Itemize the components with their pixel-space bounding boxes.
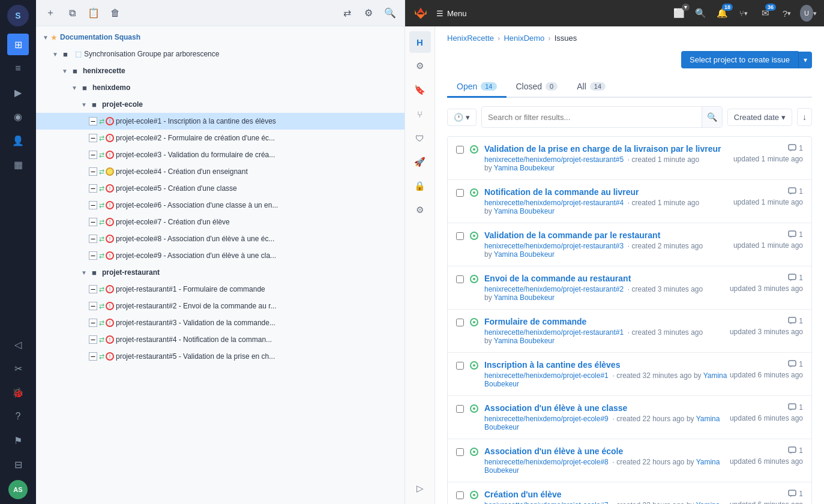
user-avatar[interactable]: AS (8, 480, 28, 499)
issue-path-link[interactable]: henixrecette/henixdemo/projet-restaurant… (484, 155, 624, 164)
issue-comment-count[interactable]: 1 (788, 274, 803, 282)
issue-checkbox[interactable] (456, 232, 464, 242)
tree-row-pe3[interactable]: － ⇄ ! projet-ecole#3 - Validation du for… (36, 146, 404, 163)
checkbox-pe3[interactable]: － (89, 151, 97, 159)
tree-row-pr1[interactable]: － ⇄ ! projet-restaurant#1 - Formulaire d… (36, 281, 404, 298)
requirements-icon[interactable]: ≡ (7, 58, 29, 79)
checkbox-pe7[interactable]: － (89, 218, 97, 226)
issue-author-link[interactable]: Yamina Boubekeur (494, 250, 555, 259)
gitlab-menu-button[interactable]: ☰ Menu (436, 9, 467, 18)
tree-row-projet-restaurant[interactable]: ▼ ■ projet-restaurant (36, 264, 404, 281)
help-topbar-button[interactable]: ? ▾ (778, 5, 795, 22)
gl-security-icon[interactable]: 🔖 (409, 79, 431, 101)
tab-all[interactable]: All 14 (567, 77, 615, 98)
gl-expand-icon[interactable]: ▷ (409, 478, 431, 499)
sort-button[interactable]: Created date ▾ (727, 109, 792, 126)
issue-path-link[interactable]: henixrecette/henixdemo/projet-ecole#8 (484, 458, 609, 466)
issue-author-link[interactable]: Yamina Boubekeur (494, 293, 555, 302)
tools-icon[interactable]: ✂ (7, 358, 29, 379)
settings-button[interactable]: ⚙ (360, 5, 377, 22)
gl-home-icon[interactable]: H (409, 31, 431, 53)
issue-comment-count[interactable]: 1 (788, 187, 803, 196)
tree-row-pe5[interactable]: － ⇄ ! projet-ecole#5 - Création d'une cl… (36, 180, 404, 197)
create-issue-dropdown[interactable]: ▾ (798, 52, 812, 68)
home-icon[interactable]: ⊞ (7, 34, 29, 55)
issue-path-link[interactable]: henixrecette/henixdemo/projet-restaurant… (484, 242, 624, 250)
search-topbar-button[interactable]: 🔍 (692, 5, 709, 22)
tab-closed[interactable]: Closed 0 (507, 77, 568, 98)
tree-row-pe7[interactable]: － ⇄ ! projet-ecole#7 - Création d'un élè… (36, 214, 404, 230)
tree-row-sync-group[interactable]: ▼ ■ ⬚ Synchronisation Groupe par arbores… (36, 46, 404, 62)
issue-checkbox[interactable] (456, 275, 464, 286)
issue-checkbox[interactable] (456, 404, 464, 415)
issue-author-link[interactable]: Yamina Boubekeur (494, 207, 555, 215)
tree-row-pr2[interactable]: － ⇄ ! projet-restaurant#2 - Envoi de la … (36, 298, 404, 314)
collapse-icon[interactable]: ◁ (7, 334, 29, 355)
search-input[interactable] (482, 109, 702, 125)
issue-title-link[interactable]: Formulaire de commande (484, 317, 586, 326)
issue-comment-count[interactable]: 1 (788, 230, 803, 239)
issue-item[interactable]: Création d'un élève henixrecette/henixde… (448, 482, 811, 504)
issue-comment-count[interactable]: 1 (788, 446, 803, 455)
issue-checkbox[interactable] (456, 318, 464, 329)
issue-title-link[interactable]: Création d'un élève (484, 490, 562, 499)
issue-author-link[interactable]: Yamina Boubekeur (494, 337, 555, 345)
issue-item[interactable]: Formulaire de commande henixrecette/heni… (448, 310, 811, 353)
sort-direction-button[interactable]: ↓ (797, 108, 812, 126)
issue-checkbox[interactable] (456, 361, 464, 372)
flag-icon[interactable]: ⚑ (7, 430, 29, 451)
tree-row-pe1[interactable]: － ⇄ ! projet-ecole#1 - Inscription à la … (36, 113, 404, 130)
tree-row-henixrecette[interactable]: ▼ ■ henixrecette (36, 62, 404, 79)
checkbox-pe6[interactable]: － (89, 201, 97, 209)
issue-comment-count[interactable]: 1 (788, 490, 803, 498)
tree-row-pe9[interactable]: － ⇄ ! projet-ecole#9 - Association d'un … (36, 247, 404, 264)
table-icon[interactable]: ▦ (7, 154, 29, 175)
issue-title-link[interactable]: Association d'un élève à une classe (484, 403, 627, 413)
tree-row-henixdemo[interactable]: ▼ ■ henixdemo (36, 79, 404, 96)
issue-item[interactable]: Validation de la prise en charge de la l… (448, 137, 811, 180)
tree-row-pr4[interactable]: － ⇄ ! projet-restaurant#4 - Notification… (36, 331, 404, 348)
create-issue-button[interactable]: Select project to create issue (681, 51, 798, 68)
tree-row-pe4[interactable]: － ⇄ projet-ecole#4 - Création d'un ensei… (36, 163, 404, 180)
issue-item[interactable]: Association d'un élève à une classe heni… (448, 396, 811, 439)
gl-merge-icon[interactable]: ⑂ (409, 103, 431, 125)
issue-comment-count[interactable]: 1 (788, 144, 803, 152)
search-button[interactable]: 🔍 (382, 5, 398, 22)
topbar-icon-1[interactable]: ⬜ ▾ (670, 5, 687, 22)
issue-item[interactable]: Validation de la commande par le restaur… (448, 223, 811, 266)
issue-title-link[interactable]: Validation de la prise en charge de la l… (484, 144, 721, 154)
breadcrumb-henixrecette[interactable]: HenixRecette (447, 34, 494, 43)
issue-item[interactable]: Association d'un élève à une école henix… (448, 439, 811, 482)
issue-item[interactable]: Envoi de la commande au restaurant henix… (448, 266, 811, 310)
issue-path-link[interactable]: henixrecette/henixdemo/projet-ecole#9 (484, 415, 609, 423)
checkbox-pe9[interactable]: － (89, 251, 97, 260)
checkbox-pe2[interactable]: － (89, 134, 97, 142)
checkbox-pe8[interactable]: － (89, 235, 97, 243)
issue-title-link[interactable]: Notification de la commande au livreur (484, 187, 639, 197)
checkbox-pe4[interactable]: － (89, 167, 97, 176)
play-icon[interactable]: ▶ (7, 82, 29, 103)
tree-row-root[interactable]: ▼ ★ Documentation Squash (36, 29, 404, 46)
gl-settings-icon[interactable]: ⚙ (409, 199, 431, 221)
notifications-button[interactable]: 🔔 18 (714, 5, 730, 22)
issue-path-link[interactable]: henixrecette/henixdemo/projet-restaurant… (484, 328, 624, 337)
tree-row-pr5[interactable]: － ⇄ ! projet-restaurant#5 - Validation d… (36, 348, 404, 365)
gl-deploy-icon[interactable]: 🚀 (409, 151, 431, 173)
issue-path-link[interactable]: henixrecette/henixdemo/projet-restaurant… (484, 199, 624, 207)
tab-open[interactable]: Open 14 (447, 77, 507, 98)
filter-time-button[interactable]: 🕐 ▾ (447, 109, 477, 126)
search-submit-button[interactable]: 🔍 (702, 107, 722, 127)
email-button[interactable]: ✉ 36 (757, 5, 774, 22)
delete-button[interactable]: 🗑 (107, 5, 124, 22)
checkbox-pe5[interactable]: － (89, 184, 97, 193)
issue-checkbox[interactable] (456, 448, 464, 458)
copy-button[interactable]: ⧉ (64, 5, 80, 22)
issue-checkbox[interactable] (456, 491, 464, 502)
gl-lock-icon[interactable]: 🔒 (409, 175, 431, 197)
add-button[interactable]: ＋ (42, 5, 59, 22)
gitlab-logo[interactable] (412, 5, 429, 22)
issue-title-link[interactable]: Envoi de la commande au restaurant (484, 274, 631, 283)
user-icon[interactable]: 👤 (7, 130, 29, 151)
issue-path-link[interactable]: henixrecette/henixdemo/projet-ecole#1 (484, 371, 609, 380)
gl-shield-icon[interactable]: 🛡 (409, 127, 431, 149)
